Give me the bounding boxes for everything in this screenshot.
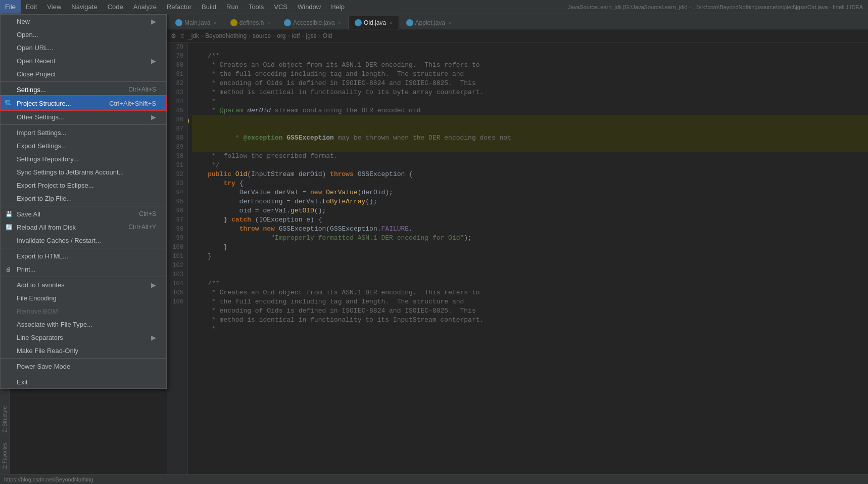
menu-code[interactable]: Code xyxy=(103,0,128,14)
menu-item-associate-file[interactable]: Associate with File Type... xyxy=(1,318,166,331)
menu-vcs[interactable]: VCS xyxy=(269,0,293,14)
menu-item-open-recent-label: Open Recent xyxy=(17,57,56,65)
code-content[interactable]: /** * Creates an Oid object from its ASN… xyxy=(188,42,868,474)
sidebar-tab-favorites[interactable]: 2: Favorites xyxy=(1,437,9,474)
menu-item-line-sep-label: Line Separators xyxy=(17,334,63,341)
menu-item-settings-repo[interactable]: Settings Repository... xyxy=(1,152,166,165)
menu-item-open-url[interactable]: Open URL... xyxy=(1,41,166,54)
tab-close-accessible[interactable]: × xyxy=(338,20,341,26)
line-106: 106 xyxy=(167,297,187,306)
sep2 xyxy=(1,124,166,125)
tab-oid-java[interactable]: Oid.java × xyxy=(348,16,399,29)
breadcrumb-collapse-icon[interactable]: ≡ xyxy=(180,32,184,39)
breadcrumb-jdk[interactable]: _jdk xyxy=(188,32,199,39)
menu-item-make-readonly[interactable]: Make File Read-Only xyxy=(1,344,166,357)
code-line-106: * xyxy=(192,325,868,334)
menu-item-reload-label: Reload All from Disk xyxy=(17,224,76,231)
line-101: 101 xyxy=(167,252,187,261)
menu-item-exit[interactable]: Exit xyxy=(1,375,166,388)
menu-refactor[interactable]: Refactor xyxy=(162,0,197,14)
menu-help[interactable]: Help xyxy=(326,0,350,14)
tab-close-main[interactable]: × xyxy=(213,20,216,26)
line-89: 89 xyxy=(167,143,187,152)
menu-window[interactable]: Window xyxy=(293,0,326,14)
menu-item-print[interactable]: 🖨 Print... xyxy=(1,262,166,276)
menu-item-file-encoding[interactable]: File Encoding xyxy=(1,291,166,304)
menu-navigate[interactable]: Navigate xyxy=(66,0,102,14)
line-90: 90 xyxy=(167,152,187,161)
breadcrumb-source[interactable]: source xyxy=(253,32,271,39)
menu-item-open-recent[interactable]: Open Recent ▶ xyxy=(1,54,166,67)
tab-main-java[interactable]: Main.java × xyxy=(169,16,223,29)
warning-icon-86: ! xyxy=(188,116,191,125)
tab-close-oid[interactable]: × xyxy=(389,20,392,26)
line-96: 96 xyxy=(167,206,187,215)
tab-defines-h[interactable]: defines.h × xyxy=(224,16,277,29)
menu-tools[interactable]: Tools xyxy=(244,0,269,14)
code-line-78 xyxy=(192,42,868,52)
breadcrumb-org[interactable]: org xyxy=(277,32,285,39)
menu-item-settings-repo-label: Settings Repository... xyxy=(17,155,79,163)
submenu-arrow-other: ▶ xyxy=(151,113,156,121)
title-bar: JavaSourceLearn_jdk [G:\JavaSourceLearn_… xyxy=(568,4,868,10)
breadcrumb-ietf[interactable]: ietf xyxy=(292,32,300,39)
code-line-97: } xyxy=(192,243,868,252)
line-99: 99 xyxy=(167,234,187,243)
code-line-80: * Creates an Oid object from its ASN.1 D… xyxy=(192,61,868,70)
menu-item-export-zip-label: Export to Zip File... xyxy=(17,195,72,202)
code-line-101: /** xyxy=(192,279,868,288)
line-102: 102 xyxy=(167,261,187,270)
menu-item-invalidate[interactable]: Invalidate Caches / Restart... xyxy=(1,234,166,247)
menu-item-line-sep[interactable]: Line Separators ▶ xyxy=(1,331,166,344)
breadcrumb-jgss[interactable]: jgss xyxy=(306,32,316,39)
code-editor[interactable]: 78 79 80 81 82 83 84 85 86 87 88 89 90 9… xyxy=(167,42,868,474)
submenu-arrow-recent: ▶ xyxy=(151,57,156,65)
menu-item-export-zip[interactable]: Export to Zip File... xyxy=(1,192,166,205)
menu-item-sync-jetbrains[interactable]: Sync Settings to JetBrains Account... xyxy=(1,165,166,179)
breadcrumb-beyondnothing[interactable]: BeyondNothing xyxy=(205,32,247,39)
menu-item-add-favorites[interactable]: Add to Favorites ▶ xyxy=(1,278,166,291)
code-line-98: } xyxy=(192,252,868,261)
menu-item-project-structure[interactable]: 🏗 Project Structure... Ctrl+Alt+Shift+S xyxy=(1,96,166,110)
tab-close-defines[interactable]: × xyxy=(267,20,270,26)
menu-item-sync-label: Sync Settings to JetBrains Account... xyxy=(17,168,124,176)
menu-item-settings[interactable]: Settings... Ctrl+Alt+S xyxy=(1,83,166,96)
menu-item-export-settings[interactable]: Export Settings... xyxy=(1,139,166,152)
menu-analyze[interactable]: Analyze xyxy=(128,0,162,14)
code-line-92: derEncoding = derVal.toByteArray(); xyxy=(192,197,868,206)
menu-item-power-save[interactable]: Power Save Mode xyxy=(1,360,166,373)
menu-item-export-eclipse[interactable]: Export Project to Eclipse... xyxy=(1,179,166,192)
menu-item-reload[interactable]: 🔄 Reload All from Disk Ctrl+Alt+Y xyxy=(1,221,166,234)
menu-file[interactable]: File xyxy=(0,0,21,14)
tab-accessible-java[interactable]: Accessible.java × xyxy=(277,16,348,29)
tab-applet-java[interactable]: Applet.java × xyxy=(400,16,458,29)
file-menu-dropdown: New ▶ Open... Open URL... Open Recent ▶ … xyxy=(0,14,167,389)
line-86: 86 xyxy=(167,115,187,124)
line-97: 97 xyxy=(167,215,187,225)
line-83: 83 xyxy=(167,88,187,97)
menu-edit[interactable]: Edit xyxy=(21,0,42,14)
menu-item-save-all[interactable]: 💾 Save All Ctrl+S xyxy=(1,207,166,221)
menu-item-other-settings-label: Other Settings... xyxy=(17,113,64,121)
code-line-95: throw new GSSException(GSSException.FAIL… xyxy=(192,225,868,234)
sidebar-tab-structure[interactable]: Z: Structure xyxy=(1,401,9,437)
reload-icon: 🔄 xyxy=(6,224,13,231)
breadcrumb-settings-icon[interactable]: ⚙ xyxy=(171,32,176,39)
menu-item-export-html[interactable]: Export to HTML... xyxy=(1,249,166,262)
menu-item-open[interactable]: Open... xyxy=(1,28,166,41)
menu-item-other-settings[interactable]: Other Settings... ▶ xyxy=(1,110,166,123)
code-line-79: /** xyxy=(192,52,868,61)
menu-item-close-project[interactable]: Close Project xyxy=(1,67,166,80)
breadcrumb-oid[interactable]: Oid xyxy=(323,32,332,39)
line-103: 103 xyxy=(167,270,187,279)
menu-build[interactable]: Build xyxy=(197,0,221,14)
menu-item-import-settings[interactable]: Import Settings... xyxy=(1,126,166,139)
code-line-102: * Creates an Oid object from its ASN.1 D… xyxy=(192,288,868,297)
code-line-103: * the full encoding including tag and le… xyxy=(192,297,868,306)
menu-run[interactable]: Run xyxy=(221,0,244,14)
status-url: https://blog.csdn.net/BeyondNothing xyxy=(4,476,93,482)
tab-close-applet[interactable]: × xyxy=(448,20,451,26)
code-line-81: * the full encoding including tag and le… xyxy=(192,70,868,79)
menu-item-new[interactable]: New ▶ xyxy=(1,15,166,28)
menu-view[interactable]: View xyxy=(42,0,66,14)
